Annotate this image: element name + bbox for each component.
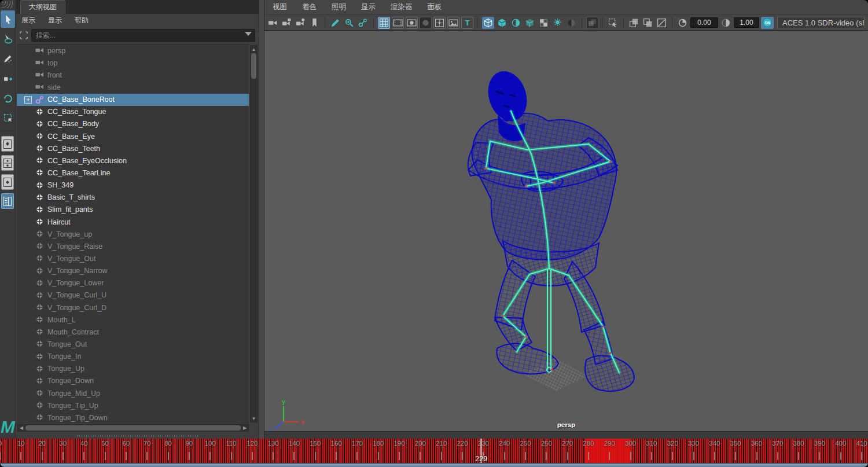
outliner-item-V_Tongue_Raise[interactable]: V_Tongue_Raise: [17, 240, 249, 252]
outliner-item-Mouth_L[interactable]: Mouth_L: [17, 314, 249, 326]
image-plane-icon[interactable]: [447, 17, 459, 29]
outliner-item-V_Tongue_Curl_U[interactable]: V_Tongue_Curl_U: [17, 289, 249, 301]
layout-two-pane-split-button[interactable]: [1, 155, 14, 171]
hud-text-icon[interactable]: T: [461, 17, 473, 29]
film-gate-icon[interactable]: [392, 17, 404, 29]
search-dropdown-icon[interactable]: [245, 32, 252, 36]
outliner-item-V_Tongue_up[interactable]: V_Tongue_up: [17, 228, 249, 240]
colorspace-field[interactable]: ACES 1.0 SDR-video (sRGB): [777, 17, 865, 28]
outliner-item-CC_Base_BoneRoot[interactable]: +CC_Base_BoneRoot: [17, 94, 249, 106]
scroll-left-icon[interactable]: ◀: [18, 425, 25, 431]
outliner-item-Haircut[interactable]: Haircut: [17, 216, 249, 228]
outliner-menu-0[interactable]: 展示: [21, 16, 35, 25]
selection-highlight-icon[interactable]: [607, 17, 619, 29]
camera-select-icon[interactable]: [267, 17, 279, 29]
scroll-down-icon[interactable]: ▼: [251, 415, 257, 422]
textured-icon[interactable]: [524, 17, 536, 29]
ambient-occlusion-icon[interactable]: [586, 17, 598, 29]
viewport-menu-1[interactable]: 着色: [302, 2, 317, 12]
outliner-item-side[interactable]: side: [17, 81, 249, 93]
shadows-icon[interactable]: [565, 17, 578, 29]
exposure-icon[interactable]: [676, 17, 689, 29]
outliner-tab[interactable]: 大纲视图: [20, 0, 65, 14]
outliner-item-Slim_fit_pants[interactable]: Slim_fit_pants: [17, 204, 249, 216]
outliner-item-V_Tongue_Out[interactable]: V_Tongue_Out: [17, 252, 249, 264]
snapshot-icon[interactable]: [656, 17, 668, 29]
gamma-field[interactable]: 1.00: [734, 17, 759, 28]
outliner-item-CC_Base_Body[interactable]: CC_Base_Body: [17, 118, 249, 130]
outliner-item-top[interactable]: top: [17, 57, 249, 69]
outliner-item-V_Tongue_Curl_D[interactable]: V_Tongue_Curl_D: [17, 301, 249, 314]
outliner-item-CC_Base_TearLine[interactable]: CC_Base_TearLine: [17, 167, 249, 179]
wireframe-cube-icon[interactable]: [482, 17, 494, 29]
viewport-menu-4[interactable]: 渲染器: [391, 2, 413, 12]
outliner-item-Mouth_Contract[interactable]: Mouth_Contract: [17, 326, 249, 338]
frame-selection-icon[interactable]: [343, 17, 355, 29]
viewport-scene[interactable]: y x z persp: [264, 31, 868, 431]
outliner-item-persp[interactable]: persp: [17, 45, 249, 57]
lasso-tool[interactable]: [1, 30, 15, 47]
bookmark-icon[interactable]: [308, 17, 321, 29]
joint-context-icon[interactable]: [357, 17, 369, 29]
range-slider-bar[interactable]: [0, 463, 868, 467]
isolate-paste-icon[interactable]: [642, 17, 654, 29]
viewport-menu-3[interactable]: 显示: [361, 2, 376, 12]
scroll-right-icon[interactable]: ▶: [241, 425, 248, 431]
resolution-gate-icon[interactable]: [406, 17, 418, 29]
outliner-item-Basic_T_shirts[interactable]: Basic_T_shirts: [17, 192, 249, 204]
outliner-item-SH_349[interactable]: SH_349: [17, 179, 249, 192]
smooth-shaded-icon[interactable]: [496, 17, 508, 29]
select-tool[interactable]: [1, 10, 15, 28]
checker-material-icon[interactable]: [538, 17, 550, 29]
outliner-item-Tongue_Out[interactable]: Tongue_Out: [17, 338, 249, 350]
outliner-menu-1[interactable]: 显示: [48, 16, 62, 25]
isolate-copy-icon[interactable]: [628, 17, 640, 29]
outliner-item-CC_Base_Tongue[interactable]: CC_Base_Tongue: [17, 106, 249, 118]
exposure-field[interactable]: 0.00: [690, 17, 718, 28]
field-chart-icon[interactable]: [433, 17, 446, 29]
outliner-item-Tongue_Tip_Up[interactable]: Tongue_Tip_Up: [17, 399, 249, 411]
scale-tool[interactable]: [1, 109, 15, 126]
outliner-item-V_Tongue_Narrow[interactable]: V_Tongue_Narrow: [17, 265, 249, 277]
filter-icon[interactable]: [19, 31, 28, 40]
outliner-item-CC_Base_Teeth[interactable]: CC_Base_Teeth: [17, 142, 249, 155]
layout-outliner-persp-button[interactable]: [1, 193, 14, 209]
vertical-scroll-thumb[interactable]: [251, 53, 256, 79]
outliner-item-front[interactable]: front: [17, 69, 249, 81]
rotate-tool[interactable]: [1, 89, 15, 106]
outliner-vertical-scrollbar[interactable]: ▲ ▼: [250, 45, 258, 422]
layout-single-pane-button[interactable]: [1, 136, 14, 152]
camera-attributes-icon[interactable]: [295, 17, 307, 29]
move-tool[interactable]: [1, 69, 15, 87]
outliner-item-Tongue_Tip_Down[interactable]: Tongue_Tip_Down: [17, 411, 249, 424]
expand-icon[interactable]: +: [24, 96, 32, 104]
outliner-item-Tongue_Down[interactable]: Tongue_Down: [17, 375, 249, 387]
panel-splitter[interactable]: [259, 0, 264, 439]
scroll-up-icon[interactable]: ▲: [251, 46, 257, 53]
lights-icon[interactable]: [551, 17, 564, 29]
time-slider[interactable]: 0102030405060708090100110120130140150160…: [0, 439, 868, 463]
horizontal-scroll-thumb[interactable]: [25, 425, 241, 431]
outliner-menu-2[interactable]: 帮助: [75, 16, 89, 25]
viewport-menu-2[interactable]: 照明: [332, 2, 346, 12]
gamma-icon[interactable]: [720, 17, 732, 29]
outliner-item-Tongue_In[interactable]: Tongue_In: [17, 351, 249, 363]
viewport-menu-5[interactable]: 面板: [428, 2, 442, 12]
outliner-item-CC_Base_Eye[interactable]: CC_Base_Eye: [17, 130, 249, 142]
grid-icon[interactable]: [378, 17, 390, 29]
color-management-toggle[interactable]: ON: [761, 17, 774, 29]
search-input[interactable]: [31, 29, 255, 42]
layout-single-pane-alt-button[interactable]: [1, 174, 14, 190]
toolbox-grip[interactable]: [2, 1, 13, 8]
gate-mask-icon[interactable]: [420, 17, 432, 29]
outliner-horizontal-scrollbar[interactable]: ◀ ▶: [17, 424, 249, 432]
pen-context-icon[interactable]: [329, 17, 341, 29]
viewport-menu-0[interactable]: 视图: [273, 2, 287, 12]
panel-resize-grip[interactable]: [77, 435, 198, 437]
default-material-icon[interactable]: [510, 17, 522, 29]
outliner-item-CC_Base_EyeOcclusion[interactable]: CC_Base_EyeOcclusion: [17, 155, 249, 167]
paint-select-tool[interactable]: [1, 50, 15, 67]
outliner-item-V_Tongue_Lower[interactable]: V_Tongue_Lower: [17, 277, 249, 289]
outliner-item-Tongue_Up[interactable]: Tongue_Up: [17, 363, 249, 375]
outliner-item-Tongue_Mid_Up[interactable]: Tongue_Mid_Up: [17, 387, 249, 399]
